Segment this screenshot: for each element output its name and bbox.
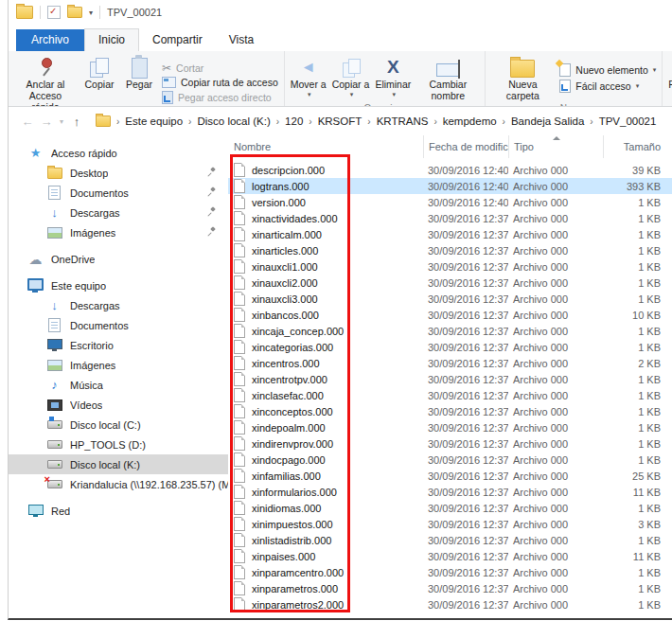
- sidebar-item[interactable]: Documentos: [9, 315, 228, 335]
- file-row[interactable]: xinconceptos.000 30/09/2016 12:37 Archiv…: [228, 403, 672, 419]
- file-row[interactable]: xinparametros.000 30/09/2016 12:37 Archi…: [228, 580, 672, 596]
- sidebar-item[interactable]: Vídeos: [9, 395, 228, 415]
- breadcrumb-item[interactable]: TPV_00021: [596, 114, 660, 129]
- file-icon: [234, 436, 245, 451]
- tab-archivo[interactable]: Archivo: [16, 29, 84, 51]
- sidebar-item[interactable]: Imágenes: [9, 355, 228, 375]
- file-row[interactable]: xinarticalm.000 30/09/2016 12:37 Archivo…: [228, 226, 672, 242]
- file-size: 1 KB: [603, 503, 669, 514]
- breadcrumb-item[interactable]: Este equipo: [122, 114, 186, 129]
- quick-access-properties-icon[interactable]: [47, 6, 61, 19]
- file-row[interactable]: xinidiomas.000 30/09/2016 12:37 Archivo …: [228, 500, 672, 516]
- breadcrumb-item[interactable]: KRTRANS: [374, 114, 432, 129]
- file-row[interactable]: xinactividades.000 30/09/2016 12:37 Arch…: [228, 210, 672, 226]
- sidebar-item[interactable]: Escritorio: [9, 335, 228, 355]
- forward-icon[interactable]: →: [37, 115, 56, 129]
- ribbon-big-button[interactable]: Eliminar▾: [372, 53, 414, 103]
- file-size: 1 KB: [603, 245, 669, 257]
- ribbon-big-button[interactable]: Copiar a▾: [329, 53, 373, 103]
- file-row[interactable]: xinclasefac.000 30/09/2016 12:37 Archivo…: [228, 387, 672, 403]
- title-bar: ▾ TPV_00021: [9, 0, 672, 25]
- file-name: xinauxcli2.000: [252, 277, 318, 289]
- file-row[interactable]: logtrans.000 30/09/2016 12:40 Archivo 00…: [228, 178, 672, 194]
- ribbon-small-button[interactable]: Fácil acceso ▾: [559, 80, 656, 93]
- chevron-down-icon[interactable]: ▾: [89, 9, 93, 17]
- back-icon[interactable]: ←: [18, 115, 37, 129]
- ribbon-big-button[interactable]: Nueva carpeta▾: [488, 53, 557, 103]
- file-row[interactable]: xinauxcli1.000 30/09/2016 12:37 Archivo …: [228, 258, 672, 275]
- column-header-tipo[interactable]: Tipo: [508, 135, 603, 158]
- tab-compartir[interactable]: Compartir: [139, 29, 216, 51]
- ribbon-big-button[interactable]: Anclar al Acceso rápido▾: [11, 53, 80, 107]
- ribbon-big-button[interactable]: Copiar▾: [80, 53, 119, 107]
- file-name: xindirenvprov.000: [252, 438, 333, 450]
- file-row[interactable]: xincentros.000 30/09/2016 12:37 Archivo …: [228, 355, 672, 371]
- sidebar-item[interactable]: OneDrive: [9, 249, 228, 269]
- column-header-nombre[interactable]: Nombre: [228, 135, 423, 158]
- sidebar-item[interactable]: Descargas: [9, 203, 228, 222]
- sidebar-item[interactable]: HP_TOOLS (D:): [9, 435, 228, 454]
- ribbon-big-button[interactable]: Cambiar nombre▾: [414, 53, 482, 103]
- file-row[interactable]: xincategorias.000 30/09/2016 12:37 Archi…: [228, 339, 672, 355]
- sidebar-item[interactable]: Desktop: [9, 163, 228, 183]
- file-row[interactable]: xinparametros2.000 30/09/2016 12:37 Arch…: [228, 596, 672, 612]
- file-row[interactable]: xincentrotpv.000 30/09/2016 12:37 Archiv…: [228, 371, 672, 387]
- ribbon-big-button[interactable]: Pegar▾: [119, 53, 159, 107]
- breadcrumb-separator: ›: [274, 116, 282, 127]
- sidebar-item[interactable]: Descargas: [9, 295, 228, 315]
- sidebar-item[interactable]: Música: [9, 375, 228, 395]
- sidebar-item[interactable]: Kriandalucia (\\192.168.235.57) (M:): [9, 474, 228, 494]
- ribbon-button-icon: [559, 63, 571, 77]
- sort-ascending-icon: [553, 136, 560, 140]
- file-size: 1 KB: [603, 197, 669, 208]
- sidebar-item[interactable]: Red: [9, 501, 228, 521]
- file-row[interactable]: xinbancos.000 30/09/2016 12:37 Archivo 0…: [228, 307, 672, 323]
- file-name: xinauxcli1.000: [252, 261, 318, 273]
- ribbon-big-button[interactable]: Mover a▾: [288, 53, 329, 103]
- sidebar-item[interactable]: Acceso rápido: [9, 143, 228, 163]
- recent-locations-icon[interactable]: ▾: [56, 117, 67, 126]
- file-icon: [234, 485, 245, 499]
- breadcrumb-item[interactable]: 120: [282, 114, 306, 129]
- file-size: 2 KB: [603, 358, 669, 369]
- file-row[interactable]: xinimpuestos.000 30/09/2016 12:37 Archiv…: [228, 516, 672, 532]
- tab-vista[interactable]: Vista: [216, 29, 267, 51]
- sidebar-item[interactable]: Documentos: [9, 183, 228, 203]
- file-row[interactable]: xinparamcentro.000 30/09/2016 12:37 Arch…: [228, 564, 672, 580]
- breadcrumb-item[interactable]: KRSOFT: [315, 114, 365, 129]
- file-row[interactable]: version.000 30/09/2016 12:40 Archivo 000…: [228, 194, 672, 210]
- ribbon-big-button[interactable]: Propiedades▾: [665, 53, 672, 99]
- sidebar-item[interactable]: Disco local (K:): [9, 454, 228, 474]
- file-row[interactable]: xinlistadistrib.000 30/09/2016 12:37 Arc…: [228, 532, 672, 548]
- sidebar-item[interactable]: Imágenes: [9, 222, 228, 242]
- tab-inicio[interactable]: Inicio: [84, 28, 139, 51]
- navigation-bar: ← → ▾ ↑ › Este equipo › Disco local (K:)…: [9, 107, 672, 135]
- file-row[interactable]: xinformularios.000 30/09/2016 12:37 Arch…: [228, 484, 672, 500]
- file-row[interactable]: xindirenvprov.000 30/09/2016 12:37 Archi…: [228, 435, 672, 452]
- sidebar-item[interactable]: Disco local (C:): [9, 415, 228, 435]
- breadcrumb-item[interactable]: kempdemo: [440, 114, 500, 129]
- file-size: 25 KB: [603, 470, 669, 482]
- file-row[interactable]: xindepoalm.000 30/09/2016 12:37 Archivo …: [228, 419, 672, 435]
- sidebar-item[interactable]: Este equipo: [9, 275, 228, 295]
- breadcrumb-item[interactable]: Disco local (K:): [194, 114, 273, 129]
- file-icon: [234, 420, 245, 435]
- file-row[interactable]: xinarticles.000 30/09/2016 12:37 Archivo…: [228, 242, 672, 258]
- ribbon-small-button[interactable]: Copiar ruta de acceso ▾: [162, 77, 278, 88]
- file-row[interactable]: xinpaises.000 30/09/2016 12:37 Archivo 0…: [228, 548, 672, 564]
- file-row[interactable]: xindocpago.000 30/09/2016 12:37 Archivo …: [228, 452, 672, 468]
- file-row[interactable]: descripcion.000 30/09/2016 12:40 Archivo…: [228, 162, 672, 178]
- file-row[interactable]: xinauxcli3.000 30/09/2016 12:37 Archivo …: [228, 291, 672, 307]
- breadcrumb-item[interactable]: Bandeja Salida: [508, 114, 587, 129]
- column-header-tamano[interactable]: Tamaño: [603, 135, 669, 158]
- file-row[interactable]: xincaja_concep.000 30/09/2016 12:37 Arch…: [228, 323, 672, 339]
- ribbon-small-button[interactable]: Nuevo elemento ▾: [559, 63, 656, 77]
- ribbon-small-button[interactable]: Cortar ▾: [162, 62, 278, 74]
- up-icon[interactable]: ↑: [67, 115, 86, 129]
- quick-access-folder-icon[interactable]: [67, 7, 82, 18]
- pin-icon: [207, 187, 217, 198]
- file-row[interactable]: xinauxcli2.000 30/09/2016 12:37 Archivo …: [228, 275, 672, 291]
- ribbon-small-button[interactable]: Pegar acceso directo ▾: [162, 91, 278, 104]
- column-header-fecha[interactable]: Fecha de modifica...: [423, 135, 508, 158]
- file-row[interactable]: xinfamilias.000 30/09/2016 12:37 Archivo…: [228, 468, 672, 484]
